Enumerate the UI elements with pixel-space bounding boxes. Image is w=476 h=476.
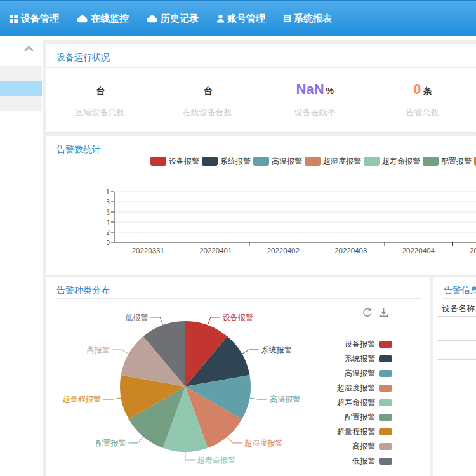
cloud-icon bbox=[77, 15, 88, 23]
legend-swatch bbox=[379, 341, 392, 348]
pie-legend-item-超寿命报警[interactable]: 超寿命报警 bbox=[313, 395, 392, 410]
sidebar-divider bbox=[0, 62, 43, 62]
panel-title-divider bbox=[442, 298, 476, 299]
stat-unit: 条 bbox=[423, 86, 432, 96]
legend-item-系统报警[interactable]: 系统报警 bbox=[202, 156, 251, 167]
sidebar-item-selected[interactable] bbox=[0, 81, 42, 96]
pie-label-低报警: 低报警 bbox=[125, 313, 148, 322]
legend-swatch bbox=[379, 385, 392, 392]
stat-告警总数: 0条告警总数 bbox=[369, 81, 476, 118]
legend-swatch bbox=[379, 355, 392, 362]
legend-swatch bbox=[150, 157, 166, 166]
pie-legend-item-高报警[interactable]: 高报警 bbox=[313, 439, 392, 454]
top-nav: 设备管理在线监控历史记录账号管理系统报表 bbox=[0, 0, 476, 36]
panel-title: 告警信息查询 bbox=[433, 277, 476, 295]
cloud-icon bbox=[147, 15, 158, 23]
x-axis-label: 20220403 bbox=[334, 247, 367, 255]
x-axis-label: 20220402 bbox=[267, 247, 300, 255]
pie-label-设备报警: 设备报警 bbox=[223, 313, 253, 322]
nav-item-系统报表[interactable]: 系统报表 bbox=[274, 1, 341, 36]
nav-item-账号管理[interactable]: 账号管理 bbox=[208, 1, 274, 36]
pie-label-超湿度报警: 超湿度报警 bbox=[245, 439, 283, 447]
pie-legend-item-超湿度报警[interactable]: 超湿度报警 bbox=[313, 381, 392, 395]
stat-设备在线率: NaN%设备在线率 bbox=[261, 81, 369, 118]
legend-swatch bbox=[379, 428, 392, 435]
stat-unit: 台 bbox=[96, 86, 105, 96]
x-axis-label: 20220331 bbox=[132, 247, 164, 255]
svg-text:0.2: 0.2 bbox=[107, 228, 110, 236]
legend-item-超寿命报警[interactable]: 超寿命报警 bbox=[364, 156, 420, 167]
pie-legend-item-高温报警[interactable]: 高温报警 bbox=[313, 366, 392, 381]
legend-item-高温报警[interactable]: 高温报警 bbox=[253, 156, 302, 167]
x-axis-label: 20220404 bbox=[402, 247, 435, 255]
stat-value: 0 bbox=[413, 81, 421, 97]
nav-bottom-strip bbox=[0, 36, 476, 40]
stat-区域设备总数: 台区域设备总数 bbox=[46, 81, 154, 118]
legend-swatch bbox=[379, 414, 392, 421]
x-axis-label: 20220405 bbox=[470, 247, 476, 255]
legend-item-超湿度报警[interactable]: 超湿度报警 bbox=[305, 156, 361, 167]
legend-swatch bbox=[253, 157, 269, 166]
sidebar bbox=[0, 36, 43, 476]
line-chart-legend: 设备报警系统报警高温报警超湿度报警超寿命报警配置报警超量程报警 bbox=[150, 155, 476, 167]
panel-title: 告警数统计 bbox=[46, 136, 476, 154]
legend-swatch bbox=[364, 157, 380, 166]
report-icon bbox=[283, 14, 291, 23]
sidebar-item[interactable] bbox=[0, 96, 42, 111]
nav-item-设备管理[interactable]: 设备管理 bbox=[0, 1, 68, 36]
alarm-info-panel: 告警信息查询 设备名称 bbox=[433, 277, 476, 476]
stat-label: 告警总数 bbox=[369, 107, 476, 118]
svg-text:0: 0 bbox=[107, 239, 110, 246]
panel-title: 设备运行状况 bbox=[46, 44, 476, 62]
user-icon bbox=[216, 14, 225, 23]
legend-swatch bbox=[379, 370, 392, 377]
stat-label: 设备在线率 bbox=[261, 107, 369, 118]
stats-row: 台区域设备总数台在线设备台数NaN%设备在线率0条告警总数 bbox=[46, 68, 476, 131]
pie-label-配置报警: 配置报警 bbox=[95, 439, 126, 447]
table-row bbox=[437, 341, 476, 360]
legend-swatch bbox=[379, 458, 392, 465]
legend-swatch bbox=[305, 157, 321, 166]
alarm-pie-panel: 告警种类分布 设备报警系统报警高温报警超湿度报警超寿命报警配置报警超量程报警高报… bbox=[46, 277, 430, 476]
table-header-设备名称: 设备名称 bbox=[437, 300, 476, 317]
pie-legend-item-系统报警[interactable]: 系统报警 bbox=[313, 352, 392, 366]
legend-item-设备报警[interactable]: 设备报警 bbox=[150, 156, 199, 167]
legend-swatch bbox=[423, 157, 439, 166]
pie-legend: 设备报警系统报警高温报警超湿度报警超寿命报警配置报警超量程报警高报警低报警 bbox=[313, 337, 392, 468]
pie-label-高温报警: 高温报警 bbox=[270, 395, 300, 404]
pie-label-超寿命报警: 超寿命报警 bbox=[197, 456, 235, 465]
table-row bbox=[437, 317, 476, 341]
pie-label-超量程报警: 超量程报警 bbox=[63, 395, 101, 404]
stat-label: 在线设备台数 bbox=[154, 107, 261, 118]
legend-swatch bbox=[379, 443, 392, 450]
table-cell bbox=[437, 341, 476, 360]
panel-title: 告警种类分布 bbox=[46, 277, 430, 295]
table-cell bbox=[437, 317, 476, 341]
grid-icon bbox=[9, 14, 18, 23]
x-axis-label: 20220401 bbox=[199, 247, 232, 255]
stat-unit: 台 bbox=[204, 86, 213, 96]
pie-legend-item-超量程报警[interactable]: 超量程报警 bbox=[313, 425, 392, 439]
svg-text:0.6: 0.6 bbox=[107, 208, 110, 216]
legend-item-配置报警[interactable]: 配置报警 bbox=[423, 156, 472, 167]
legend-swatch bbox=[379, 399, 392, 406]
stat-label: 区域设备总数 bbox=[46, 107, 154, 118]
pie-legend-item-低报警[interactable]: 低报警 bbox=[313, 454, 392, 468]
nav-item-在线监控[interactable]: 在线监控 bbox=[68, 1, 138, 36]
nav-item-历史记录[interactable]: 历史记录 bbox=[138, 1, 208, 36]
stat-在线设备台数: 台在线设备台数 bbox=[154, 81, 261, 118]
alarm-count-panel: 告警数统计 设备报警系统报警高温报警超湿度报警超寿命报警配置报警超量程报警 00… bbox=[46, 136, 476, 275]
pie-legend-item-配置报警[interactable]: 配置报警 bbox=[313, 410, 392, 425]
sidebar-item[interactable] bbox=[0, 66, 42, 81]
pie-label-系统报警: 系统报警 bbox=[261, 345, 292, 354]
svg-text:0.4: 0.4 bbox=[107, 218, 110, 226]
alarm-info-table: 设备名称 bbox=[437, 300, 476, 360]
chevron-up-icon[interactable] bbox=[23, 43, 34, 55]
panel-title-divider bbox=[55, 298, 421, 299]
alarm-count-line-chart: 00.20.40.60.8120220331202204012022040220… bbox=[107, 186, 476, 265]
stat-value: NaN bbox=[296, 81, 324, 97]
svg-text:0.8: 0.8 bbox=[107, 198, 110, 206]
pie-legend-item-设备报警[interactable]: 设备报警 bbox=[313, 337, 392, 352]
device-status-panel: 设备运行状况 台区域设备总数台在线设备台数NaN%设备在线率0条告警总数 bbox=[46, 44, 476, 132]
svg-text:1: 1 bbox=[107, 188, 110, 195]
